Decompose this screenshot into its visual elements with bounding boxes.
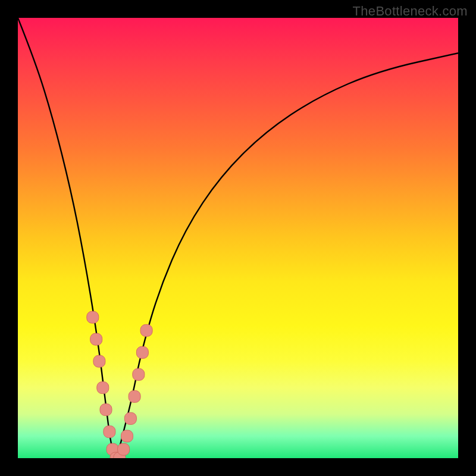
data-marker [140,324,152,336]
watermark-text: TheBottleneck.com [353,4,468,19]
plot-area [18,18,458,458]
data-marker [90,333,102,345]
data-marker [118,443,130,455]
curve-layer [18,18,458,455]
data-marker [124,412,136,424]
data-marker [100,404,112,416]
marker-layer [87,311,152,458]
data-marker [87,311,99,323]
data-marker [133,368,145,380]
data-marker [93,355,105,367]
data-marker [97,382,109,394]
bottleneck-curve [18,18,458,455]
data-marker [129,390,140,402]
data-marker [104,426,115,438]
chart-svg [18,18,458,458]
data-marker [121,430,133,442]
chart-frame: TheBottleneck.com [0,0,476,476]
data-marker [136,346,148,358]
